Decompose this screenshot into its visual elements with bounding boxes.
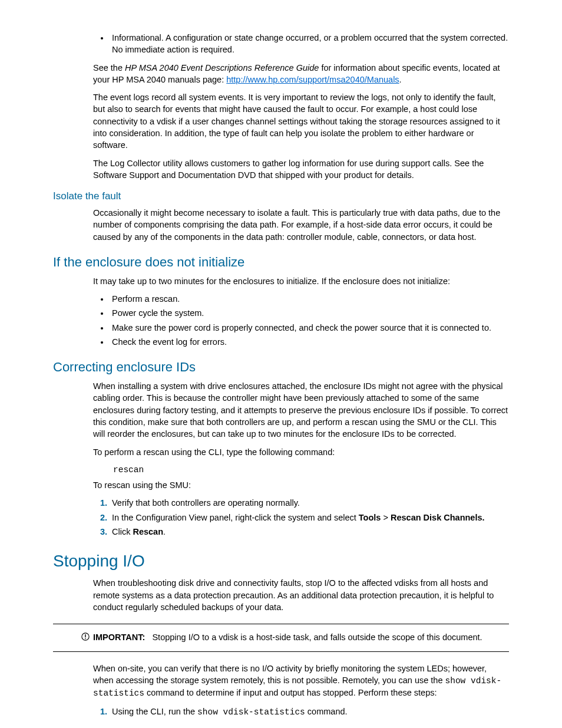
text: See the bbox=[93, 63, 125, 73]
menu-tools: Tools bbox=[359, 513, 381, 522]
paragraph: It may take up to two minutes for the en… bbox=[93, 275, 509, 287]
heading-correcting-ids: Correcting enclosure IDs bbox=[53, 358, 509, 377]
important-label: IMPORTANT: bbox=[93, 633, 145, 642]
step-item: Verify that both controllers are operati… bbox=[110, 497, 509, 509]
paragraph: Occasionally it might become necessary t… bbox=[93, 207, 509, 243]
guide-title: HP MSA 2040 Event Descriptions Reference… bbox=[125, 63, 319, 73]
text: > bbox=[381, 513, 391, 522]
list-item: Check the event log for errors. bbox=[110, 336, 509, 348]
paragraph: To rescan using the SMU: bbox=[93, 479, 509, 491]
heading-enclosure-initialize: If the enclosure does not initialize bbox=[53, 253, 509, 272]
svg-rect-2 bbox=[85, 638, 85, 639]
important-text: Stopping I/O to a vdisk is a host-side t… bbox=[152, 633, 482, 642]
menu-rescan-channels: Rescan Disk Channels. bbox=[391, 513, 485, 522]
paragraph: See the HP MSA 2040 Event Descriptions R… bbox=[93, 62, 509, 86]
list-item: Make sure the power cord is properly con… bbox=[110, 322, 509, 334]
step-item: In the Configuration View panel, right-c… bbox=[110, 512, 509, 523]
paragraph: When on-site, you can verify that there … bbox=[93, 663, 509, 700]
heading-stopping-io: Stopping I/O bbox=[53, 549, 509, 572]
text: . bbox=[399, 75, 402, 84]
important-callout: IMPORTANT: Stopping I/O to a vdisk is a … bbox=[53, 624, 509, 651]
code-inline: show vdisk-statistics bbox=[197, 707, 305, 717]
text: Click bbox=[112, 527, 133, 536]
text: command. bbox=[305, 707, 348, 716]
code-rescan: rescan bbox=[113, 464, 509, 476]
important-icon bbox=[81, 632, 90, 644]
step-item: Using the CLI, run the show vdisk-statis… bbox=[110, 706, 509, 718]
list-item: Informational. A configuration or state … bbox=[110, 32, 509, 56]
list-item: Power cycle the system. bbox=[110, 307, 509, 319]
text: When on-site, you can verify that there … bbox=[93, 664, 487, 685]
paragraph: When installing a system with drive encl… bbox=[93, 380, 509, 440]
manuals-link[interactable]: http://www.hp.com/support/msa2040/Manual… bbox=[226, 75, 399, 84]
paragraph: The Log Collector utility allows custome… bbox=[93, 157, 509, 182]
list-item: Perform a rescan. bbox=[110, 293, 509, 305]
text: command to determine if input and output… bbox=[144, 688, 437, 697]
text: . bbox=[163, 527, 166, 536]
text: Using the CLI, run the bbox=[112, 707, 197, 716]
svg-rect-1 bbox=[85, 634, 85, 637]
paragraph: When troubleshooting disk drive and conn… bbox=[93, 577, 509, 613]
step-item: Click Rescan. bbox=[110, 526, 509, 538]
heading-isolate-fault: Isolate the fault bbox=[53, 189, 509, 203]
paragraph: To perform a rescan using the CLI, type … bbox=[93, 446, 509, 458]
paragraph: The event logs record all system events.… bbox=[93, 91, 509, 151]
text: In the Configuration View panel, right-c… bbox=[112, 513, 359, 522]
button-label-rescan: Rescan bbox=[133, 527, 163, 536]
